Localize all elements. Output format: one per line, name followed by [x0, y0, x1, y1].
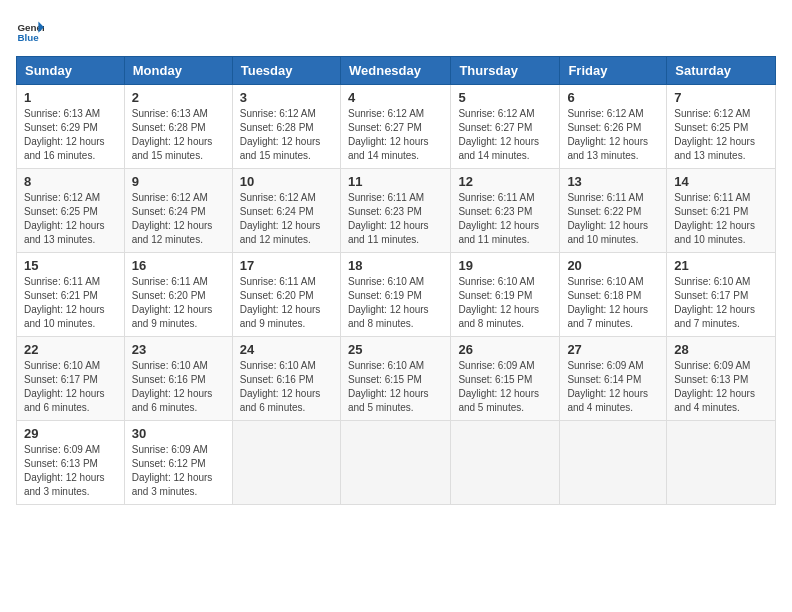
day-info: Sunrise: 6:10 AM Sunset: 6:16 PM Dayligh…: [132, 360, 213, 413]
day-number: 13: [567, 174, 659, 189]
day-info: Sunrise: 6:12 AM Sunset: 6:25 PM Dayligh…: [674, 108, 755, 161]
day-number: 23: [132, 342, 225, 357]
day-number: 6: [567, 90, 659, 105]
day-info: Sunrise: 6:09 AM Sunset: 6:14 PM Dayligh…: [567, 360, 648, 413]
day-number: 2: [132, 90, 225, 105]
calendar-week-3: 15 Sunrise: 6:11 AM Sunset: 6:21 PM Dayl…: [17, 253, 776, 337]
calendar-cell: 24 Sunrise: 6:10 AM Sunset: 6:16 PM Dayl…: [232, 337, 340, 421]
logo-icon: General Blue: [16, 16, 44, 44]
day-info: Sunrise: 6:11 AM Sunset: 6:20 PM Dayligh…: [132, 276, 213, 329]
day-info: Sunrise: 6:10 AM Sunset: 6:19 PM Dayligh…: [348, 276, 429, 329]
calendar-cell: 8 Sunrise: 6:12 AM Sunset: 6:25 PM Dayli…: [17, 169, 125, 253]
day-number: 27: [567, 342, 659, 357]
day-number: 5: [458, 90, 552, 105]
day-info: Sunrise: 6:12 AM Sunset: 6:27 PM Dayligh…: [458, 108, 539, 161]
day-number: 11: [348, 174, 443, 189]
weekday-header-monday: Monday: [124, 57, 232, 85]
calendar-cell: 11 Sunrise: 6:11 AM Sunset: 6:23 PM Dayl…: [340, 169, 450, 253]
calendar-cell: 5 Sunrise: 6:12 AM Sunset: 6:27 PM Dayli…: [451, 85, 560, 169]
svg-text:Blue: Blue: [17, 32, 39, 43]
day-info: Sunrise: 6:10 AM Sunset: 6:17 PM Dayligh…: [674, 276, 755, 329]
day-info: Sunrise: 6:11 AM Sunset: 6:21 PM Dayligh…: [24, 276, 105, 329]
day-info: Sunrise: 6:10 AM Sunset: 6:15 PM Dayligh…: [348, 360, 429, 413]
calendar-week-4: 22 Sunrise: 6:10 AM Sunset: 6:17 PM Dayl…: [17, 337, 776, 421]
day-number: 29: [24, 426, 117, 441]
day-number: 15: [24, 258, 117, 273]
calendar-cell: 23 Sunrise: 6:10 AM Sunset: 6:16 PM Dayl…: [124, 337, 232, 421]
day-info: Sunrise: 6:11 AM Sunset: 6:20 PM Dayligh…: [240, 276, 321, 329]
calendar-cell: 27 Sunrise: 6:09 AM Sunset: 6:14 PM Dayl…: [560, 337, 667, 421]
day-number: 19: [458, 258, 552, 273]
day-number: 30: [132, 426, 225, 441]
calendar-cell: 25 Sunrise: 6:10 AM Sunset: 6:15 PM Dayl…: [340, 337, 450, 421]
day-number: 26: [458, 342, 552, 357]
day-info: Sunrise: 6:11 AM Sunset: 6:21 PM Dayligh…: [674, 192, 755, 245]
calendar-cell: [232, 421, 340, 505]
day-info: Sunrise: 6:09 AM Sunset: 6:13 PM Dayligh…: [674, 360, 755, 413]
calendar-table: SundayMondayTuesdayWednesdayThursdayFrid…: [16, 56, 776, 505]
day-info: Sunrise: 6:12 AM Sunset: 6:25 PM Dayligh…: [24, 192, 105, 245]
day-number: 14: [674, 174, 768, 189]
weekday-header-thursday: Thursday: [451, 57, 560, 85]
day-number: 24: [240, 342, 333, 357]
calendar-cell: 4 Sunrise: 6:12 AM Sunset: 6:27 PM Dayli…: [340, 85, 450, 169]
weekday-header-tuesday: Tuesday: [232, 57, 340, 85]
calendar-cell: 13 Sunrise: 6:11 AM Sunset: 6:22 PM Dayl…: [560, 169, 667, 253]
day-info: Sunrise: 6:12 AM Sunset: 6:27 PM Dayligh…: [348, 108, 429, 161]
day-info: Sunrise: 6:12 AM Sunset: 6:24 PM Dayligh…: [132, 192, 213, 245]
day-info: Sunrise: 6:09 AM Sunset: 6:13 PM Dayligh…: [24, 444, 105, 497]
day-number: 4: [348, 90, 443, 105]
calendar-cell: 2 Sunrise: 6:13 AM Sunset: 6:28 PM Dayli…: [124, 85, 232, 169]
day-number: 18: [348, 258, 443, 273]
calendar-cell: 15 Sunrise: 6:11 AM Sunset: 6:21 PM Dayl…: [17, 253, 125, 337]
day-number: 9: [132, 174, 225, 189]
day-number: 7: [674, 90, 768, 105]
day-number: 21: [674, 258, 768, 273]
day-info: Sunrise: 6:13 AM Sunset: 6:29 PM Dayligh…: [24, 108, 105, 161]
day-info: Sunrise: 6:11 AM Sunset: 6:22 PM Dayligh…: [567, 192, 648, 245]
calendar-cell: 20 Sunrise: 6:10 AM Sunset: 6:18 PM Dayl…: [560, 253, 667, 337]
day-number: 3: [240, 90, 333, 105]
calendar-cell: 29 Sunrise: 6:09 AM Sunset: 6:13 PM Dayl…: [17, 421, 125, 505]
day-info: Sunrise: 6:12 AM Sunset: 6:28 PM Dayligh…: [240, 108, 321, 161]
day-number: 8: [24, 174, 117, 189]
day-info: Sunrise: 6:10 AM Sunset: 6:17 PM Dayligh…: [24, 360, 105, 413]
day-info: Sunrise: 6:10 AM Sunset: 6:19 PM Dayligh…: [458, 276, 539, 329]
day-info: Sunrise: 6:10 AM Sunset: 6:18 PM Dayligh…: [567, 276, 648, 329]
calendar-cell: 17 Sunrise: 6:11 AM Sunset: 6:20 PM Dayl…: [232, 253, 340, 337]
day-number: 22: [24, 342, 117, 357]
calendar-cell: 10 Sunrise: 6:12 AM Sunset: 6:24 PM Dayl…: [232, 169, 340, 253]
calendar-cell: [451, 421, 560, 505]
day-number: 16: [132, 258, 225, 273]
day-info: Sunrise: 6:12 AM Sunset: 6:26 PM Dayligh…: [567, 108, 648, 161]
weekday-header-saturday: Saturday: [667, 57, 776, 85]
calendar-cell: 7 Sunrise: 6:12 AM Sunset: 6:25 PM Dayli…: [667, 85, 776, 169]
calendar-cell: [340, 421, 450, 505]
calendar-cell: 22 Sunrise: 6:10 AM Sunset: 6:17 PM Dayl…: [17, 337, 125, 421]
weekday-header-sunday: Sunday: [17, 57, 125, 85]
calendar-week-2: 8 Sunrise: 6:12 AM Sunset: 6:25 PM Dayli…: [17, 169, 776, 253]
day-number: 20: [567, 258, 659, 273]
day-info: Sunrise: 6:10 AM Sunset: 6:16 PM Dayligh…: [240, 360, 321, 413]
day-info: Sunrise: 6:11 AM Sunset: 6:23 PM Dayligh…: [348, 192, 429, 245]
calendar-cell: 26 Sunrise: 6:09 AM Sunset: 6:15 PM Dayl…: [451, 337, 560, 421]
calendar-week-1: 1 Sunrise: 6:13 AM Sunset: 6:29 PM Dayli…: [17, 85, 776, 169]
day-number: 1: [24, 90, 117, 105]
calendar-cell: 30 Sunrise: 6:09 AM Sunset: 6:12 PM Dayl…: [124, 421, 232, 505]
calendar-cell: 21 Sunrise: 6:10 AM Sunset: 6:17 PM Dayl…: [667, 253, 776, 337]
calendar-cell: 28 Sunrise: 6:09 AM Sunset: 6:13 PM Dayl…: [667, 337, 776, 421]
day-number: 10: [240, 174, 333, 189]
calendar-cell: 6 Sunrise: 6:12 AM Sunset: 6:26 PM Dayli…: [560, 85, 667, 169]
calendar-cell: 19 Sunrise: 6:10 AM Sunset: 6:19 PM Dayl…: [451, 253, 560, 337]
logo: General Blue: [16, 16, 44, 44]
calendar-cell: 9 Sunrise: 6:12 AM Sunset: 6:24 PM Dayli…: [124, 169, 232, 253]
calendar-cell: 16 Sunrise: 6:11 AM Sunset: 6:20 PM Dayl…: [124, 253, 232, 337]
day-info: Sunrise: 6:13 AM Sunset: 6:28 PM Dayligh…: [132, 108, 213, 161]
day-number: 12: [458, 174, 552, 189]
weekday-header-wednesday: Wednesday: [340, 57, 450, 85]
calendar-cell: 3 Sunrise: 6:12 AM Sunset: 6:28 PM Dayli…: [232, 85, 340, 169]
calendar-cell: 14 Sunrise: 6:11 AM Sunset: 6:21 PM Dayl…: [667, 169, 776, 253]
calendar-cell: [667, 421, 776, 505]
page-header: General Blue: [16, 16, 776, 44]
day-number: 28: [674, 342, 768, 357]
